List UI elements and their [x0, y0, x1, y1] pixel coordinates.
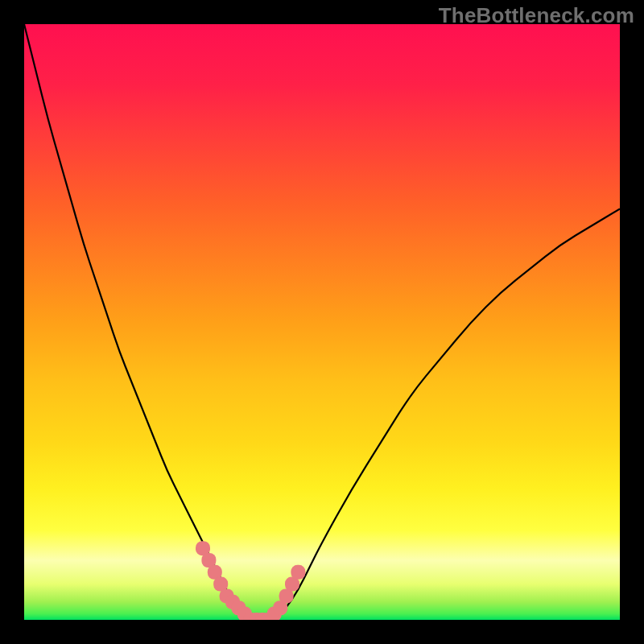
plot-area — [24, 24, 620, 620]
bottleneck-curve — [24, 24, 620, 620]
marker — [291, 565, 305, 580]
chart-frame: TheBottleneck.com — [0, 0, 644, 644]
marker-group — [196, 541, 305, 620]
curve-layer — [24, 24, 620, 620]
